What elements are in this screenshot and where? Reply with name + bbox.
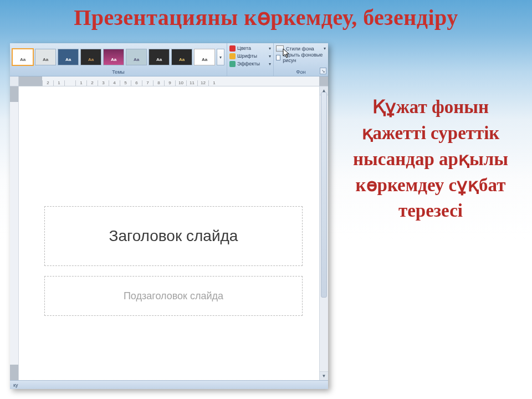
fonts-button[interactable]: Шрифты ▾	[229, 53, 271, 59]
theme-gallery[interactable]: Aa Aa Aa Aa Aa Aa Aa Aa Aa ▾	[10, 43, 227, 69]
background-styles-label: Стили фона	[286, 46, 314, 52]
ruler-tick: 8	[153, 80, 164, 86]
theme-thumb-1[interactable]: Aa	[12, 49, 33, 65]
ribbon-themes-label: Темы	[10, 69, 227, 76]
ruler-tick: 2	[42, 80, 53, 86]
dialog-launcher-icon: ↘	[321, 69, 325, 74]
chevron-down-icon: ▾	[269, 54, 271, 59]
colors-button[interactable]: Цвета ▾	[229, 45, 271, 52]
slide-canvas-area: Заголовок слайда Подзаголовок слайда	[10, 86, 328, 380]
chevron-down-icon: ▾	[269, 62, 271, 66]
ruler-corner	[10, 76, 19, 86]
ribbon: Aa Aa Aa Aa Aa Aa Aa Aa Aa ▾ Темы Цвета …	[10, 43, 328, 76]
status-text: ку	[13, 382, 18, 388]
theme-thumb-9[interactable]: Aa	[194, 49, 215, 65]
title-placeholder[interactable]: Заголовок слайда	[44, 206, 303, 266]
powerpoint-screenshot: Aa Aa Aa Aa Aa Aa Aa Aa Aa ▾ Темы Цвета …	[10, 43, 328, 389]
ruler-tick: 6	[131, 80, 142, 86]
background-styles-icon	[276, 45, 284, 52]
hide-background-checkbox[interactable]: Скрыть фоновые рисун	[276, 54, 326, 61]
theme-aa-label: Aa	[179, 57, 185, 62]
theme-thumb-5[interactable]: Aa	[103, 49, 124, 65]
theme-aa-label: Aa	[20, 57, 25, 62]
theme-aa-label: Aa	[156, 57, 162, 62]
right-caption: Құжат фонын қажетті суреттік нысандар ар…	[345, 94, 516, 224]
ruler-tick: 1	[75, 80, 86, 86]
chevron-down-icon: ▾	[219, 55, 222, 60]
checkbox-icon	[276, 55, 280, 60]
ruler-tick: 2	[86, 80, 98, 86]
ruler-tick: 3	[98, 80, 109, 86]
theme-aa-label: Aa	[88, 57, 94, 62]
ribbon-background-group: Стили фона ▾ Скрыть фоновые рисун Фон ↘	[274, 43, 328, 76]
effects-button[interactable]: Эффекты ▾	[229, 60, 271, 67]
theme-thumb-6[interactable]: Aa	[126, 49, 147, 65]
ruler-tick: 1	[208, 80, 219, 86]
effects-label: Эффекты	[237, 61, 260, 66]
ruler-margin-left	[19, 76, 42, 86]
ribbon-spacer-label	[227, 74, 273, 76]
colors-label: Цвета	[237, 45, 251, 51]
theme-aa-label: Aa	[111, 57, 116, 62]
fonts-label: Шрифты	[237, 53, 257, 59]
hide-background-label: Скрыть фоновые рисун	[283, 52, 326, 63]
background-styles-button[interactable]: Стили фона ▾	[276, 45, 326, 52]
theme-thumb-2[interactable]: Aa	[35, 49, 56, 65]
ruler-horizontal: 1 2 1 1 2 3 4 5 6 7 8 9 10 11 12 1	[10, 76, 328, 86]
theme-thumb-7[interactable]: Aa	[149, 49, 170, 65]
effects-icon	[229, 61, 236, 67]
subtitle-placeholder[interactable]: Подзаголовок слайда	[44, 276, 303, 316]
theme-thumb-4[interactable]: Aa	[80, 49, 101, 65]
page-title: Презентацияны көркемдеу, безендіру	[0, 4, 532, 30]
ruler-tick: 11	[186, 80, 197, 86]
slide-surface[interactable]: Заголовок слайда Подзаголовок слайда	[19, 86, 328, 380]
ruler-tick: 1	[53, 80, 64, 86]
theme-thumb-3[interactable]: Aa	[58, 49, 79, 65]
chevron-down-icon: ▼	[322, 374, 326, 378]
chevron-down-icon: ▾	[324, 46, 326, 51]
theme-thumb-8[interactable]: Aa	[171, 49, 192, 65]
theme-aa-label: Aa	[43, 57, 48, 62]
theme-gallery-more[interactable]: ▾	[217, 49, 224, 65]
status-bar: ку	[10, 380, 328, 389]
theme-aa-label: Aa	[202, 57, 207, 62]
ruler-margin-bottom	[10, 365, 18, 380]
subtitle-placeholder-text: Подзаголовок слайда	[124, 290, 223, 302]
theme-aa-label: Aa	[65, 57, 71, 62]
ruler-margin-top	[10, 86, 18, 102]
ribbon-theme-options-group: Цвета ▾ Шрифты ▾ Эффекты ▾	[227, 43, 274, 76]
theme-aa-label: Aa	[134, 57, 139, 62]
ruler-tick: 4	[109, 80, 120, 86]
fonts-icon	[229, 53, 236, 59]
ruler-tick: 7	[142, 80, 153, 86]
ribbon-themes-group: Aa Aa Aa Aa Aa Aa Aa Aa Aa ▾ Темы	[10, 43, 227, 76]
ruler-tick	[64, 80, 75, 86]
scroll-down-button[interactable]: ▼	[320, 371, 328, 380]
colors-icon	[229, 45, 236, 52]
scroll-thumb[interactable]	[321, 92, 327, 298]
ruler-tick: 12	[197, 80, 208, 86]
background-dialog-launcher[interactable]: ↘	[320, 68, 326, 74]
ruler-tick: 9	[164, 80, 175, 86]
ruler-tick: 10	[175, 80, 186, 86]
ruler-vertical	[10, 86, 19, 380]
vertical-scrollbar[interactable]: ▲ ▼	[319, 86, 328, 380]
title-placeholder-text: Заголовок слайда	[109, 227, 238, 245]
slide-page: Заголовок слайда Подзаголовок слайда	[29, 91, 325, 372]
ruler-tick: 5	[120, 80, 131, 86]
chevron-down-icon: ▾	[269, 46, 271, 51]
ruler-margin-right	[319, 76, 328, 86]
